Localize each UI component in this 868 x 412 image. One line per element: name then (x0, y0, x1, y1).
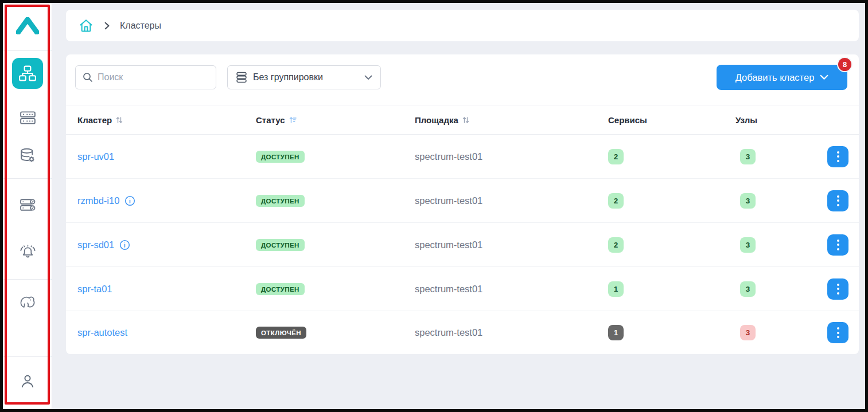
row-actions-kebab-button[interactable] (827, 322, 848, 343)
nodes-count-chip: 3 (740, 281, 756, 297)
clusters-icon (19, 65, 36, 81)
column-header-cluster[interactable]: Кластер (77, 115, 256, 125)
sidebar-item-databases[interactable] (15, 143, 40, 168)
nodes-count-chip: 3 (740, 237, 756, 253)
site-cell: spectrum-test01 (415, 327, 482, 338)
sort-icon (116, 116, 123, 124)
user-icon (20, 374, 35, 389)
hosts-icon (20, 111, 36, 125)
table-row: rzmbd-i10 ДОСТУПЕН spectrum-test01 2 3 (66, 179, 859, 223)
sidebar-item-hosts[interactable] (15, 105, 40, 130)
breadcrumb-current-page: Кластеры (120, 21, 161, 31)
database-gear-icon (20, 148, 36, 163)
table-row: spr-ta01 ДОСТУПЕН spectrum-test01 1 3 (66, 267, 859, 311)
cluster-name-link[interactable]: spr-autotest (77, 327, 127, 338)
table-row: spr-uv01 ДОСТУПЕН spectrum-test01 2 3 (66, 135, 859, 179)
sidebar-item-clusters[interactable] (12, 58, 43, 89)
divider (3, 178, 52, 179)
cluster-name-link[interactable]: rzmbd-i10 (77, 195, 119, 206)
add-cluster-label: Добавить кластер (735, 72, 815, 83)
toolbar: Без группировки Добавить кластер 8 (66, 54, 859, 105)
nodes-count-chip: 3 (740, 193, 756, 209)
row-actions-kebab-button[interactable] (827, 190, 848, 211)
row-actions-kebab-button[interactable] (827, 278, 848, 300)
elephant-postgres-icon (19, 294, 37, 310)
breadcrumb: Кластеры (66, 10, 859, 41)
breadcrumb-chevron-icon (103, 22, 111, 30)
grouping-selected-value: Без группировки (253, 72, 359, 83)
services-count-chip: 1 (608, 281, 624, 297)
search-box (75, 65, 216, 89)
search-icon (76, 72, 98, 83)
info-icon[interactable] (124, 195, 135, 206)
chevron-down-icon (364, 75, 372, 80)
status-badge: ДОСТУПЕН (256, 239, 305, 251)
app-window: Кластеры (0, 0, 868, 412)
divider (3, 279, 52, 280)
nodes-count-chip: 3 (740, 149, 756, 164)
site-cell: spectrum-test01 (415, 284, 482, 294)
column-header-nodes: Узлы (735, 115, 827, 125)
services-count-chip: 1 (608, 325, 624, 340)
add-cluster-button[interactable]: Добавить кластер 8 (717, 65, 847, 90)
sidebar-item-alerts[interactable] (15, 239, 40, 264)
row-actions-kebab-button[interactable] (827, 146, 848, 167)
clusters-panel: Без группировки Добавить кластер 8 (66, 54, 859, 354)
sidebar-item-services-config[interactable] (15, 192, 40, 217)
column-header-status[interactable]: Статус (256, 115, 415, 125)
services-count-chip: 2 (608, 237, 624, 253)
table-row: spr-autotest ОТКЛЮЧЁН spectrum-test01 1 … (66, 311, 859, 354)
status-badge: ОТКЛЮЧЁН (256, 327, 306, 339)
divider (3, 356, 52, 357)
nodes-count-chip: 3 (740, 325, 756, 340)
table-header-row: Кластер Статус Площадка (66, 105, 859, 135)
bell-alert-icon (20, 244, 36, 260)
arenadata-logo-icon (16, 17, 39, 37)
grouping-dropdown[interactable]: Без группировки (227, 65, 381, 89)
cluster-name-link[interactable]: spr-ta01 (77, 284, 112, 295)
sidebar-item-user[interactable] (15, 368, 40, 394)
sort-ascending-active-icon (289, 116, 297, 124)
app-logo[interactable] (15, 13, 40, 41)
grouping-stack-icon (236, 72, 247, 83)
chevron-down-icon (820, 74, 828, 80)
site-cell: spectrum-test01 (415, 195, 482, 206)
sort-icon (462, 116, 469, 124)
column-header-site[interactable]: Площадка (415, 115, 602, 125)
site-cell: spectrum-test01 (415, 240, 482, 250)
row-actions-kebab-button[interactable] (827, 234, 848, 256)
site-cell: spectrum-test01 (415, 151, 482, 162)
table-row: spr-sd01 ДОСТУПЕН spectrum-test01 2 3 (66, 223, 859, 267)
column-header-services: Сервисы (608, 115, 735, 125)
sidebar-item-postgres[interactable] (15, 289, 40, 315)
services-count-chip: 2 (608, 149, 624, 164)
info-icon[interactable] (119, 240, 130, 250)
notification-count-badge: 8 (837, 57, 853, 72)
services-config-icon (20, 198, 36, 212)
search-input[interactable] (98, 66, 216, 89)
cluster-name-link[interactable]: spr-sd01 (77, 240, 114, 250)
status-badge: ДОСТУПЕН (256, 195, 305, 207)
status-badge: ДОСТУПЕН (256, 151, 305, 163)
sidebar (3, 3, 52, 409)
home-icon[interactable] (79, 18, 94, 33)
services-count-chip: 2 (608, 193, 624, 209)
cluster-name-link[interactable]: spr-uv01 (77, 151, 114, 162)
divider (3, 50, 52, 51)
status-badge: ДОСТУПЕН (256, 283, 305, 295)
